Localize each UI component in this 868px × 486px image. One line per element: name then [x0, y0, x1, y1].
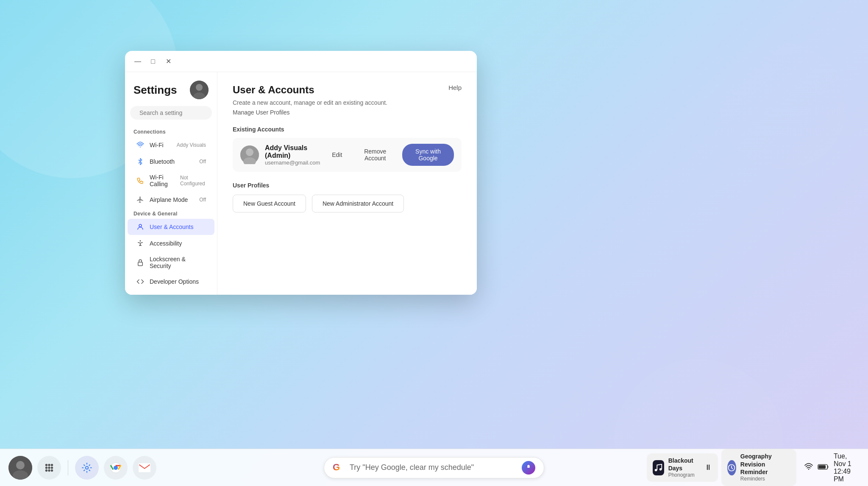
- remove-account-button[interactable]: Remove Account: [353, 145, 397, 165]
- blackout-days-notification[interactable]: Blackout Days Phonogram ⏸: [647, 453, 718, 482]
- svg-point-26: [51, 469, 53, 471]
- avatar-image: [190, 81, 209, 99]
- account-card: Addy Visuals (Admin) username@gmail.com …: [233, 138, 462, 172]
- svg-point-24: [45, 469, 47, 471]
- lockscreen-icon: [136, 258, 145, 267]
- window-body: Settings Connections: [125, 72, 477, 295]
- sidebar-item-bluetooth[interactable]: Bluetooth Off: [128, 154, 214, 170]
- sidebar-item-airplane[interactable]: Airplane Mode Off: [128, 192, 214, 208]
- svg-point-31: [655, 469, 657, 471]
- edit-button[interactable]: Edit: [326, 148, 348, 162]
- users-icon: [136, 223, 145, 231]
- svg-point-16: [16, 461, 25, 469]
- svg-point-27: [86, 466, 89, 469]
- google-g-icon: G: [333, 462, 345, 474]
- svg-point-5: [140, 146, 141, 147]
- taskbar-chrome[interactable]: [104, 456, 128, 480]
- wifi-calling-icon: [136, 176, 145, 185]
- svg-point-19: [48, 464, 50, 466]
- battery-status-icon: [818, 464, 829, 470]
- new-administrator-account-button[interactable]: New Administrator Account: [312, 195, 404, 212]
- settings-window: — □ ✕ Settings: [125, 51, 477, 295]
- taskbar-avatar-image: [8, 456, 32, 480]
- sidebar-item-wifi-calling[interactable]: Wi-Fi Calling Not Configured: [128, 170, 214, 191]
- account-avatar-image: [240, 145, 259, 164]
- search-input[interactable]: [139, 109, 214, 116]
- svg-point-23: [51, 466, 53, 469]
- page-header: User & Accounts Help: [233, 84, 462, 96]
- wifi-icon: [136, 141, 145, 149]
- page-title: User & Accounts: [233, 84, 314, 96]
- google-mic-button[interactable]: [522, 461, 535, 475]
- taskbar-avatar[interactable]: [8, 456, 32, 480]
- notification-text-2: Geography Revision Reminder Reminders: [740, 452, 790, 482]
- notification-subtitle-2: Reminders: [740, 476, 790, 483]
- help-link[interactable]: Help: [448, 84, 462, 91]
- taskbar-gmail[interactable]: [133, 456, 156, 480]
- sync-google-button[interactable]: Sync with Google: [402, 144, 454, 166]
- svg-rect-36: [818, 465, 826, 469]
- sidebar-item-developer[interactable]: Developer Options: [128, 274, 214, 290]
- mic-icon: [525, 464, 532, 471]
- account-info: Addy Visuals (Admin) username@gmail.com: [265, 144, 320, 166]
- geography-revision-notification[interactable]: Geography Revision Reminder Reminders: [721, 449, 796, 486]
- wifi-value: Addy Visuals: [177, 142, 206, 148]
- clock-icon: [727, 464, 736, 472]
- airplane-icon: [136, 196, 145, 204]
- airplane-value: Off: [199, 197, 206, 203]
- bluetooth-icon: [136, 157, 145, 166]
- avatar[interactable]: [190, 81, 209, 99]
- system-icons: Tue, Nov 1 12:49 PM: [804, 452, 860, 483]
- account-email: username@gmail.com: [265, 159, 320, 166]
- notification-title-2: Geography Revision Reminder: [740, 452, 790, 476]
- wifi-calling-value: Not Configured: [180, 175, 206, 187]
- music-control-icon[interactable]: ⏸: [704, 463, 712, 472]
- account-name: Addy Visuals (Admin): [265, 144, 320, 159]
- account-avatar: [240, 145, 259, 164]
- settings-header: Settings: [125, 79, 217, 106]
- sidebar-item-accessibility[interactable]: Accessibility: [128, 235, 214, 251]
- sidebar-item-updates[interactable]: Software Updates & About: [128, 290, 214, 295]
- svg-point-20: [51, 464, 53, 466]
- svg-point-7: [140, 240, 141, 242]
- apps-button[interactable]: [37, 456, 61, 480]
- taskbar-center: G Try "Hey Google, clear my schedule": [221, 457, 647, 478]
- device-general-label: Device & General: [125, 208, 217, 218]
- manage-profiles-link[interactable]: Manage User Profiles: [233, 109, 462, 116]
- notification-icon-1: [653, 460, 664, 475]
- airplane-label: Airplane Mode: [150, 196, 188, 203]
- wifi-taskbar-icon: [804, 463, 813, 470]
- sidebar-item-wifi[interactable]: Wi-Fi Addy Visuals: [128, 137, 214, 153]
- apps-icon: [44, 462, 55, 473]
- taskbar: G Try "Hey Google, clear my schedule" Bl…: [0, 449, 868, 486]
- settings-icon: [81, 462, 92, 473]
- user-profiles-section: User Profiles New Guest Account New Admi…: [233, 182, 462, 212]
- wifi-status-icon[interactable]: [804, 463, 813, 472]
- notification-title-1: Blackout Days: [668, 457, 698, 472]
- minimize-button[interactable]: —: [134, 57, 142, 66]
- taskbar-settings[interactable]: [75, 456, 99, 480]
- sidebar: Settings Connections: [125, 72, 217, 295]
- settings-title: Settings: [134, 84, 177, 97]
- maximize-button[interactable]: □: [149, 57, 157, 66]
- page-description: Create a new account, manage or edit an …: [233, 98, 462, 107]
- svg-point-18: [45, 464, 47, 466]
- sidebar-item-users[interactable]: User & Accounts: [128, 219, 214, 235]
- svg-point-21: [45, 466, 47, 469]
- accessibility-label: Accessibility: [150, 240, 182, 247]
- sidebar-item-lockscreen[interactable]: Lockscreen & Security: [128, 252, 214, 273]
- developer-label: Developer Options: [150, 278, 199, 285]
- connections-label: Connections: [125, 126, 217, 137]
- new-guest-account-button[interactable]: New Guest Account: [233, 195, 306, 212]
- search-box[interactable]: [130, 106, 212, 120]
- svg-point-1: [196, 84, 203, 91]
- wifi-label: Wi-Fi: [150, 142, 164, 148]
- taskbar-left: [8, 456, 221, 480]
- notification-text-1: Blackout Days Phonogram: [668, 457, 698, 479]
- google-search-bar[interactable]: G Try "Hey Google, clear my schedule": [324, 457, 544, 478]
- profile-buttons: New Guest Account New Administrator Acco…: [233, 195, 462, 212]
- svg-point-32: [659, 468, 662, 470]
- users-label: User & Accounts: [150, 223, 194, 230]
- gmail-icon: [139, 463, 150, 472]
- close-button[interactable]: ✕: [164, 57, 172, 66]
